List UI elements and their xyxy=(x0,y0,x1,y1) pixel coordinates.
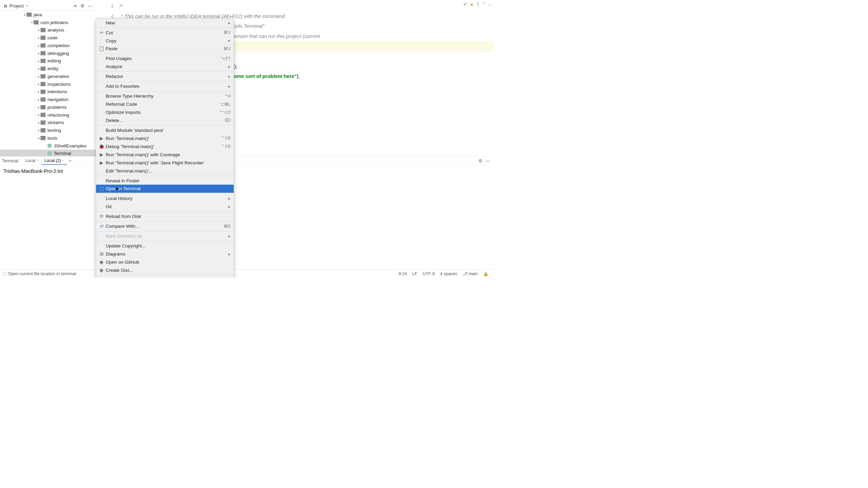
menu-browse-hierarchy[interactable]: Browse Type Hierarchy⌃H xyxy=(96,92,234,100)
status-eol[interactable]: LF xyxy=(412,271,417,276)
tree-folder-completion[interactable]: completion xyxy=(0,42,96,49)
menu-mark-directory: Mark Directory as▶ xyxy=(96,232,234,240)
menu-convert-kotlin[interactable]: Convert Java File to Kotlin File⌥⇧⌘K xyxy=(96,276,234,278)
lock-icon[interactable]: 🔒 xyxy=(483,271,488,276)
tree-folder-debugging[interactable]: debugging xyxy=(0,49,96,57)
menu-find-usages[interactable]: Find Usages⌥F7 xyxy=(96,55,234,63)
tree-folder-pkg[interactable]: com.jetbrains xyxy=(0,19,96,26)
menu-edit-run[interactable]: Edit 'Terminal.main()'... xyxy=(96,167,234,175)
menu-analyze[interactable]: Analyze▶ xyxy=(96,63,234,71)
project-tree[interactable]: ▤ Project ▼ ⇥ ⚙ — java com.jetbrains ana… xyxy=(0,0,96,156)
reload-icon: ⟳ xyxy=(98,214,104,219)
tree-folder-editing[interactable]: editing xyxy=(0,57,96,65)
tree-folder-code[interactable]: code xyxy=(0,34,96,42)
menu-paste[interactable]: 📋Paste⌘V xyxy=(96,45,234,53)
diagram-icon: ⊞ xyxy=(98,251,104,257)
project-label: Project xyxy=(9,3,24,8)
tree-folder-generation[interactable]: generation xyxy=(0,73,96,80)
add-terminal-button[interactable]: + xyxy=(69,158,72,164)
debug-icon: 🐞 xyxy=(98,144,104,149)
menu-compare[interactable]: ⇄Compare With...⌘D xyxy=(96,222,234,230)
terminal-tab-local2[interactable]: Local (2)× xyxy=(42,157,67,165)
close-icon[interactable]: × xyxy=(37,159,39,163)
menu-run-coverage[interactable]: ▶Run 'Terminal.main()' with Coverage xyxy=(96,150,234,159)
tree-folder-navigation[interactable]: navigation xyxy=(0,96,96,103)
tree-folder-inspections[interactable]: inspections xyxy=(0,80,96,88)
tree-folder-streams[interactable]: streams xyxy=(0,119,96,126)
menu-reveal-finder[interactable]: Reveal in Finder xyxy=(96,177,234,185)
menu-build-module[interactable]: Build Module 'standard-java' xyxy=(96,126,234,135)
chevron-down-icon: ▼ xyxy=(26,4,28,7)
tree-folder-tools[interactable]: tools xyxy=(0,134,96,142)
clipboard-icon: 📋 xyxy=(98,46,104,52)
minimize-icon[interactable]: — xyxy=(87,3,93,8)
close-icon[interactable]: × xyxy=(62,159,64,163)
github-icon: ◉ xyxy=(98,267,104,273)
status-enc[interactable]: UTF-8 xyxy=(423,271,435,276)
status-indent[interactable]: 4 spaces xyxy=(440,271,457,276)
warning-icon: ▲ xyxy=(470,2,474,7)
warning-count: 1 xyxy=(477,2,479,7)
chevron-down-icon[interactable]: ⌄ xyxy=(488,2,491,7)
menu-reformat[interactable]: Reformat Code⌥⌘L xyxy=(96,100,234,108)
gear-icon[interactable]: ⚙ xyxy=(477,158,483,164)
context-menu[interactable]: New▶ ✂Cut⌘X Copy▶ 📋Paste⌘V Find Usages⌥F… xyxy=(96,19,234,278)
menu-delete[interactable]: Delete...⌦ xyxy=(96,117,234,125)
terminal-panel[interactable]: Terminal: Local× Local (2)× + ⚙ — Trisha… xyxy=(0,156,494,269)
menu-cut[interactable]: ✂Cut⌘X xyxy=(96,28,234,37)
menu-diagrams[interactable]: ⊞Diagrams▶ xyxy=(96,250,234,258)
status-bar: Open current file location in terminal 8… xyxy=(0,269,494,278)
menu-run-jfr[interactable]: ▶Run 'Terminal.main()' with 'Java Flight… xyxy=(96,159,234,167)
gear-icon[interactable]: ⚙ xyxy=(80,3,85,8)
tree-folder-problems[interactable]: problems xyxy=(0,103,96,111)
collapse-icon[interactable]: ⇥ xyxy=(72,3,77,8)
menu-optimize-imports[interactable]: Optimize Imports⌃⌥O xyxy=(96,108,234,117)
menu-git[interactable]: Git▶ xyxy=(96,203,234,211)
chevron-up-icon[interactable]: ⌃ xyxy=(482,2,485,7)
run-icon: ▶ xyxy=(98,136,104,141)
menu-add-favorites[interactable]: Add to Favorites▶ xyxy=(96,82,234,90)
menu-run[interactable]: ▶Run 'Terminal.main()'⌃⇧R xyxy=(96,134,234,142)
tree-folder-entity[interactable]: entity xyxy=(0,65,96,73)
menu-local-history[interactable]: Local History▶ xyxy=(96,195,234,203)
tree-folder-analysis[interactable]: analysis xyxy=(0,26,96,34)
terminal-label: Terminal: xyxy=(2,158,19,163)
checkbox[interactable] xyxy=(3,272,6,275)
run-icon: ▶ xyxy=(98,160,104,165)
tree-folder-intentions[interactable]: intentions xyxy=(0,88,96,96)
menu-new[interactable]: New▶ xyxy=(96,19,234,27)
run-icon: ▶ xyxy=(98,152,104,157)
scissors-icon: ✂ xyxy=(98,30,104,35)
terminal-output[interactable]: Trishas-MacBook-Pro-2:int xyxy=(0,165,494,269)
status-hint: Open current file location in terminal xyxy=(8,271,76,276)
github-icon: ◉ xyxy=(98,260,104,265)
menu-reload[interactable]: ⟳Reload from Disk xyxy=(96,212,234,221)
tree-folder-refactoring[interactable]: refactoring xyxy=(0,111,96,119)
editor-inspections[interactable]: ✔ ▲ 1 ⌃ ⌄ xyxy=(463,2,491,7)
terminal-icon: ⬚ xyxy=(98,186,104,191)
status-branch[interactable]: ⎇ main xyxy=(462,271,478,276)
diff-icon: ⇄ xyxy=(98,224,104,229)
menu-debug[interactable]: 🐞Debug 'Terminal.main()'⌃⇧D xyxy=(96,142,234,150)
check-icon: ✔ xyxy=(463,2,467,7)
menu-refactor[interactable]: Refactor▶ xyxy=(96,73,234,81)
tree-folder-testing[interactable]: testing xyxy=(0,126,96,134)
terminal-tab-local[interactable]: Local× xyxy=(23,157,42,165)
menu-create-gist[interactable]: ◉Create Gist... xyxy=(96,266,234,274)
tree-file-terminal[interactable]: Terminal xyxy=(0,149,96,156)
menu-update-copyright[interactable]: Update Copyright... xyxy=(96,242,234,250)
minimize-icon[interactable]: — xyxy=(485,158,491,164)
tree-folder-java[interactable]: java xyxy=(0,11,96,19)
project-selector[interactable]: ▤ Project ▼ xyxy=(2,2,30,9)
tree-file-jshell[interactable]: JShellExamples xyxy=(0,142,96,150)
menu-copy[interactable]: Copy▶ xyxy=(96,37,234,45)
menu-open-github[interactable]: ◉Open on GitHub xyxy=(96,258,234,266)
status-pos[interactable]: 8:24 xyxy=(399,271,407,276)
